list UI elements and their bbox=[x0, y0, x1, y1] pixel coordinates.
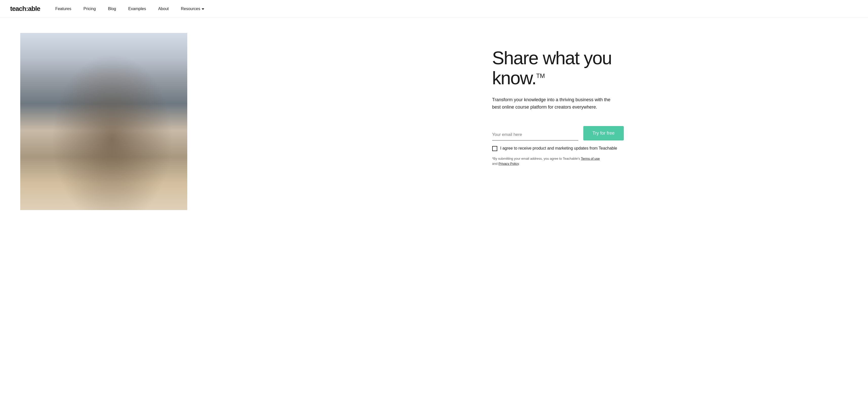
chevron-down-icon bbox=[202, 8, 204, 10]
nav-pricing[interactable]: Pricing bbox=[84, 7, 96, 11]
navbar: teach:able Features Pricing Blog Example… bbox=[0, 0, 868, 18]
fine-print: *By submitting your email address, you a… bbox=[492, 156, 603, 166]
email-form: Try for free I agree to receive product … bbox=[492, 126, 624, 166]
logo[interactable]: teach:able bbox=[10, 5, 40, 13]
hero-image-container bbox=[0, 33, 472, 210]
nav-blog[interactable]: Blog bbox=[108, 7, 116, 11]
nav-features[interactable]: Features bbox=[55, 7, 71, 11]
hero-section: Share what you know.TM Transform your kn… bbox=[0, 18, 868, 410]
email-input[interactable] bbox=[492, 131, 579, 138]
nav-examples[interactable]: Examples bbox=[128, 7, 146, 11]
nav-resources[interactable]: Resources bbox=[181, 7, 204, 11]
nav-about[interactable]: About bbox=[158, 7, 169, 11]
hero-content: Share what you know.TM Transform your kn… bbox=[472, 33, 858, 181]
try-free-button[interactable]: Try for free bbox=[583, 126, 624, 140]
checkbox-label[interactable]: I agree to receive product and marketing… bbox=[500, 146, 617, 151]
privacy-link[interactable]: Privacy Policy bbox=[499, 162, 519, 165]
hero-subtext: Transform your knowledge into a thriving… bbox=[492, 96, 614, 111]
email-row: Try for free bbox=[492, 126, 624, 140]
checkbox-row: I agree to receive product and marketing… bbox=[492, 146, 624, 151]
email-input-wrapper bbox=[492, 131, 579, 140]
terms-link[interactable]: Terms of use bbox=[581, 157, 600, 160]
hero-image bbox=[20, 33, 187, 210]
agree-checkbox[interactable] bbox=[492, 146, 497, 151]
hero-headline: Share what you know.TM bbox=[492, 48, 843, 88]
